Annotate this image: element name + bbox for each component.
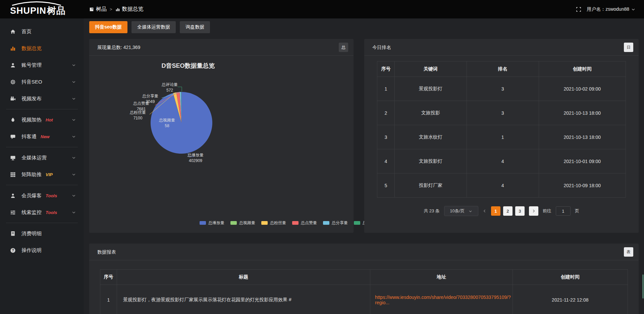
sidebar-item-矩阵助推[interactable]: 矩阵助推VIP (0, 166, 84, 183)
page-size-select[interactable]: 10条/页 (444, 206, 478, 216)
brand-text: SHUPIN树品 (10, 5, 66, 17)
sidebar-item-抖客通[interactable]: 抖客通New (0, 128, 84, 145)
pie-label-总播放量: 总播放量402909 (175, 152, 216, 164)
legend-swatch (200, 221, 206, 225)
legend-item-总播放量[interactable]: 总播放量 (200, 220, 224, 226)
sidebar-item-label: 首页 (21, 29, 32, 35)
sidebar-item-首页[interactable]: 首页 (0, 23, 84, 40)
table-cell: 2021-10-02 09:00 (539, 77, 626, 101)
sidebar-item-badge: New (41, 134, 50, 139)
goto-page-input[interactable] (556, 206, 571, 216)
user-icon (10, 62, 16, 68)
table-cell: 4 (467, 173, 539, 198)
legend-swatch (323, 221, 329, 225)
sidebar-item-消费明细[interactable]: 消费明细 (0, 225, 84, 242)
prev-page-button[interactable] (483, 209, 487, 213)
table-cell: 1 (377, 77, 395, 101)
chevron-down-icon (72, 156, 76, 160)
sidebar-item-全媒体运营[interactable]: 全媒体运营 (0, 149, 84, 166)
receipt-icon (10, 231, 16, 237)
tab-bar: 抖音seo数据全媒体运营数据询盘数据 (89, 21, 639, 33)
report-corner-button[interactable]: 表 (624, 247, 633, 257)
table-cell: 2021-10-13 18:00 (539, 101, 626, 125)
sidebar-item-线索监控[interactable]: 线索监控Tools (0, 204, 84, 221)
sidebar-item-数据总览[interactable]: 数据总览 (0, 40, 84, 57)
table-cell: 2021-10-01 09:00 (539, 149, 626, 173)
table-cell: 2021-10-09 18:00 (539, 173, 626, 198)
tab-0[interactable]: 抖音seo数据 (89, 21, 127, 33)
legend-label: 总视频量 (239, 220, 255, 226)
legend-swatch (292, 221, 299, 225)
user-menu[interactable]: 用户名：zswodun88 (587, 6, 635, 12)
table-cell: 1 (467, 125, 539, 149)
fullscreen-icon[interactable] (576, 7, 581, 12)
ranking-panel-title: 今日排名 (364, 39, 639, 56)
app-logo: SHUPIN树品 (0, 0, 84, 18)
breadcrumb-root[interactable]: 树品 (89, 6, 107, 13)
tab-1[interactable]: 全媒体运营数据 (131, 21, 176, 33)
sidebar-item-视频发布[interactable]: 视频发布 (0, 90, 84, 107)
breadcrumb: 树品 > 数据总览 (84, 6, 144, 13)
page-button-2[interactable]: 2 (503, 206, 513, 216)
sidebar-item-会员爆客[interactable]: 会员爆客Tools (0, 187, 84, 204)
table-row: 4文旅投影灯42021-10-01 09:00 (377, 149, 626, 173)
table-row: 2文旅投影32021-10-13 18:00 (377, 101, 626, 125)
pie-label-value: 7100 (118, 115, 158, 121)
report-link[interactable]: https://www.iesdouyin.com/share/video/70… (375, 295, 511, 305)
home-icon (10, 29, 16, 35)
page-button-1[interactable]: 1 (491, 206, 500, 216)
report-cell-time: 2021-11-22 12:08 (513, 285, 628, 314)
square-icon (89, 7, 94, 12)
report-panel: 数据报表 表 序号标题地址创建时间 1景观投影灯，夜游景观投影灯厂家展示展示落花… (89, 244, 639, 314)
tab-2[interactable]: 询盘数据 (180, 21, 210, 33)
chevron-down-icon (72, 63, 76, 67)
legend-item-总点赞量[interactable]: 总点赞量 (292, 220, 317, 226)
table-cell: 5 (377, 173, 395, 198)
table-cell: 文旅投影 (394, 101, 467, 125)
pie-label-value: 3049 (130, 99, 170, 105)
username: 用户名：zswodun88 (587, 6, 629, 12)
sidebar-item-操作说明[interactable]: ?操作说明 (0, 242, 84, 259)
monitor-icon (10, 155, 16, 161)
svg-text:?: ? (12, 249, 14, 252)
breadcrumb-current[interactable]: 数据总览 (115, 6, 144, 13)
table-cell: 3 (467, 101, 539, 125)
legend-item-总视频量[interactable]: 总视频量 (230, 220, 255, 226)
overview-corner-button[interactable]: 总 (339, 43, 348, 52)
sidebar-item-label: 账号管理 (21, 62, 42, 68)
sidebar-item-label: 线索监控 (21, 209, 42, 216)
legend-swatch (354, 221, 360, 225)
ranking-corner-button[interactable]: 日 (624, 43, 633, 52)
content-area: 抖音seo数据全媒体运营数据询盘数据 展现量总数: 421,369 总 D音SE… (84, 18, 644, 314)
legend-item-总粉丝量[interactable]: 总粉丝量 (261, 220, 286, 226)
legend-item-总分享量[interactable]: 总分享量 (323, 220, 348, 226)
help-icon: ? (10, 248, 16, 253)
sidebar-item-label: 会员爆客 (21, 193, 42, 199)
brand-en: SHUPIN (10, 6, 46, 16)
ranking-panel: 今日排名 日 序号关键词排名创建时间 1景观投影灯32021-10-02 09:… (364, 39, 639, 233)
pie-label-name: 总分享量 (130, 93, 170, 99)
pie-label-总分享量: 总分享量3049 (130, 93, 170, 105)
ranking-column-header: 序号 (377, 61, 395, 77)
next-page-button[interactable] (529, 206, 538, 216)
table-cell: 3 (467, 77, 539, 101)
pie-chart-svg (89, 56, 287, 210)
ranking-column-header: 创建时间 (539, 61, 626, 77)
page-button-3[interactable]: 3 (515, 206, 525, 216)
table-row: 3文旅水纹灯12021-10-13 18:00 (377, 125, 626, 149)
sidebar-item-label: 视频发布 (21, 96, 42, 102)
scrollbar-thumb[interactable] (642, 274, 644, 299)
pie-label-value: 58 (147, 123, 187, 129)
table-cell: 文旅水纹灯 (394, 125, 467, 149)
pie-label-name: 总评论量 (150, 82, 190, 88)
sidebar-item-账号管理[interactable]: 账号管理 (0, 57, 84, 73)
sidebar-item-抖音SEO[interactable]: 抖音SEO (0, 73, 84, 90)
sidebar-item-badge: VIP (46, 172, 53, 177)
ranking-column-header: 排名 (467, 61, 539, 77)
pie-label-name: 总播放量 (175, 152, 216, 158)
breadcrumb-separator: > (110, 7, 112, 12)
sidebar-item-label: 全媒体运营 (21, 155, 47, 161)
chevron-down-icon (72, 210, 76, 214)
sidebar-item-视频加热[interactable]: 视频加热Hot (0, 111, 84, 128)
table-cell: 3 (377, 125, 395, 149)
